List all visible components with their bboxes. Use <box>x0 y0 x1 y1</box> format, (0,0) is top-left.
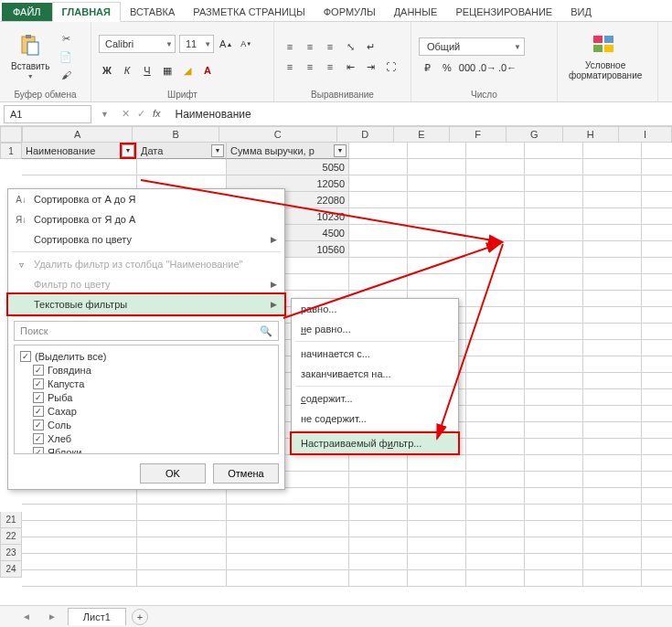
cell[interactable] <box>642 274 672 291</box>
tab-home[interactable]: ГЛАВНАЯ <box>52 2 121 22</box>
cell[interactable] <box>642 208 672 225</box>
cell[interactable] <box>642 389 672 406</box>
cell[interactable] <box>466 521 525 537</box>
cell[interactable] <box>349 521 408 537</box>
font-name-combo[interactable]: Calibri▼ <box>99 35 176 53</box>
cell[interactable] <box>466 192 525 208</box>
fill-color-button[interactable]: ◢ <box>179 62 196 79</box>
cell[interactable] <box>466 356 525 373</box>
cell[interactable] <box>525 175 583 192</box>
cell[interactable] <box>525 208 583 225</box>
sort-by-color[interactable]: Сортировка по цвету ▶ <box>8 229 284 250</box>
cell[interactable] <box>525 291 583 307</box>
cell[interactable] <box>349 274 408 291</box>
cell[interactable] <box>525 422 583 439</box>
cell[interactable] <box>349 241 408 258</box>
column-header[interactable]: B <box>133 126 219 143</box>
cell[interactable] <box>583 505 642 521</box>
cell[interactable] <box>525 488 583 505</box>
cell[interactable] <box>642 373 672 389</box>
align-left-icon[interactable]: ≡ <box>282 58 298 75</box>
cell[interactable] <box>642 521 672 537</box>
cell[interactable] <box>349 143 408 159</box>
name-box-dropdown[interactable]: ▼ <box>95 110 114 119</box>
filter-value-item[interactable]: ✓Соль <box>20 418 272 431</box>
cell[interactable] <box>583 241 642 258</box>
cell[interactable] <box>408 554 466 570</box>
cell[interactable] <box>349 159 408 175</box>
cell[interactable] <box>349 472 408 488</box>
cell[interactable] <box>525 241 583 258</box>
cell[interactable] <box>583 208 642 225</box>
cell[interactable] <box>137 521 227 537</box>
column-header[interactable]: G <box>507 126 563 143</box>
cell[interactable] <box>349 208 408 225</box>
cell[interactable] <box>408 159 466 175</box>
copy-icon[interactable]: 📄 <box>59 49 73 64</box>
cell[interactable] <box>642 340 672 356</box>
tab-review[interactable]: РЕЦЕНЗИРОВАНИЕ <box>446 3 561 21</box>
cell[interactable] <box>525 439 583 455</box>
cell[interactable] <box>642 356 672 373</box>
add-sheet-button[interactable]: + <box>132 609 148 625</box>
cell[interactable] <box>583 324 642 340</box>
cell[interactable] <box>349 455 408 472</box>
cell[interactable] <box>525 192 583 208</box>
sheet-tab[interactable]: Лист1 <box>68 608 126 625</box>
cell[interactable] <box>642 439 672 455</box>
cell[interactable] <box>137 159 227 175</box>
cell[interactable] <box>408 208 466 225</box>
sheet-nav-prev[interactable]: ◄ <box>16 611 37 622</box>
cancel-edit-icon[interactable]: ✕ <box>122 108 130 120</box>
cell[interactable] <box>583 389 642 406</box>
cell[interactable] <box>583 159 642 175</box>
font-size-combo[interactable]: 11▼ <box>179 35 214 53</box>
filter-contains[interactable]: содержит... <box>292 388 458 409</box>
column-header[interactable]: I <box>619 126 672 143</box>
cell[interactable] <box>466 258 525 274</box>
merge-cells-icon[interactable]: ⛶ <box>382 58 399 75</box>
filter-begins-with[interactable]: начинается с... <box>292 344 458 364</box>
filter-value-item[interactable]: ✓Рыба <box>20 390 272 404</box>
cell[interactable] <box>525 505 583 521</box>
cell[interactable] <box>583 192 642 208</box>
cell[interactable] <box>466 175 525 192</box>
cell[interactable] <box>137 505 227 521</box>
cell[interactable] <box>642 192 672 208</box>
cell[interactable] <box>408 274 466 291</box>
row-header[interactable]: 24 <box>0 561 22 578</box>
column-header[interactable]: D <box>337 126 394 143</box>
cell[interactable] <box>525 537 583 554</box>
cell[interactable] <box>583 472 642 488</box>
cell[interactable] <box>642 537 672 554</box>
cell[interactable] <box>642 505 672 521</box>
increase-font-icon[interactable]: A▲ <box>218 36 234 52</box>
cell[interactable] <box>22 488 137 505</box>
cell[interactable] <box>408 143 466 159</box>
cell[interactable] <box>583 439 642 455</box>
italic-button[interactable]: К <box>119 62 135 79</box>
cell[interactable] <box>642 324 672 340</box>
cell[interactable] <box>466 472 525 488</box>
tab-insert[interactable]: ВСТАВКА <box>121 3 184 21</box>
cell[interactable] <box>583 570 642 587</box>
cell[interactable] <box>642 422 672 439</box>
borders-button[interactable]: ▦ <box>159 62 176 79</box>
cell[interactable] <box>583 406 642 422</box>
cell[interactable] <box>642 406 672 422</box>
format-painter-icon[interactable]: 🖌 <box>59 68 73 82</box>
column-header[interactable]: C <box>219 126 337 143</box>
cancel-button[interactable]: Отмена <box>213 463 279 484</box>
cell[interactable] <box>466 554 525 570</box>
cell[interactable] <box>466 570 525 587</box>
align-bottom-icon[interactable]: ≡ <box>322 38 338 55</box>
sort-descending[interactable]: Я↓ Сортировка от Я до А <box>8 209 284 229</box>
filter-dropdown-button[interactable]: ▼ <box>122 144 134 157</box>
column-header[interactable]: A <box>22 126 133 143</box>
cell[interactable] <box>349 225 408 241</box>
cell[interactable] <box>466 373 525 389</box>
filter-value-item[interactable]: ✓Сахар <box>20 404 272 418</box>
filter-not-contains[interactable]: не содержит... <box>292 409 458 429</box>
comma-format-icon[interactable]: 000 <box>459 59 475 76</box>
column-header[interactable]: H <box>563 126 620 143</box>
